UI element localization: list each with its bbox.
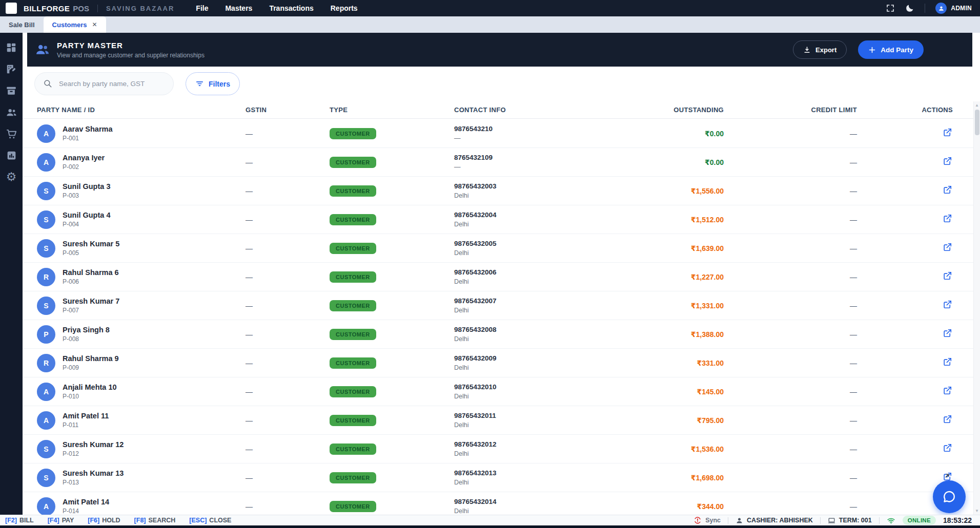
party-id: P-012 bbox=[63, 450, 124, 457]
party-row[interactable]: AAarav SharmaP-001—CUSTOMER9876543210—₹0… bbox=[23, 119, 973, 148]
party-cell: AAmit Patel 11P-011 bbox=[37, 411, 246, 430]
open-party-icon[interactable] bbox=[943, 242, 953, 252]
shortcut-close[interactable]: [ESC]CLOSE bbox=[189, 517, 231, 524]
party-row[interactable]: RRahul Sharma 9P-009—CUSTOMER98765432009… bbox=[23, 349, 973, 377]
party-row[interactable]: SSuresh Kumar 12P-012—CUSTOMER9876543201… bbox=[23, 435, 973, 463]
open-party-icon[interactable] bbox=[943, 357, 953, 367]
party-cell: AAnanya IyerP-002 bbox=[37, 153, 246, 172]
contact-cell: 98765432003Delhi bbox=[454, 182, 605, 199]
cashier-status: CASHIER: ABHISHEK bbox=[736, 517, 813, 524]
party-name: Amit Patel 11 bbox=[63, 412, 109, 420]
page-header-text: PARTY MASTER View and manage customer an… bbox=[57, 41, 205, 59]
scroll-up-arrow-icon[interactable]: ▲ bbox=[974, 103, 980, 108]
open-party-icon[interactable] bbox=[943, 156, 953, 166]
party-row[interactable]: SSuresh Kumar 13P-013—CUSTOMER9876543201… bbox=[23, 463, 973, 492]
gstin-value: — bbox=[246, 474, 330, 482]
party-row[interactable]: AAmit Patel 14P-014—CUSTOMER98765432014D… bbox=[23, 492, 973, 515]
open-party-icon[interactable] bbox=[943, 386, 953, 396]
contact-city: Delhi bbox=[454, 221, 605, 228]
party-row[interactable]: AAmit Patel 11P-011—CUSTOMER98765432011D… bbox=[23, 406, 973, 435]
menu-item-reports[interactable]: Reports bbox=[331, 4, 358, 12]
sidebar-item-settings-icon[interactable]: ⚙ bbox=[5, 171, 17, 183]
party-row[interactable]: PPriya Singh 8P-008—CUSTOMER98765432008D… bbox=[23, 320, 973, 349]
party-cell: RRahul Sharma 9P-009 bbox=[37, 354, 246, 372]
open-party-icon[interactable] bbox=[943, 300, 953, 310]
tab-close-icon[interactable]: ✕ bbox=[92, 21, 97, 28]
contact-cell: 98765432014Delhi bbox=[454, 498, 605, 515]
user-menu[interactable]: ADMIN bbox=[935, 3, 972, 14]
party-id: P-002 bbox=[63, 163, 105, 171]
export-button[interactable]: Export bbox=[793, 40, 847, 59]
sidebar-item-dashboard-icon[interactable] bbox=[5, 41, 17, 54]
contact-phone: 98765432005 bbox=[454, 240, 605, 247]
open-party-icon[interactable] bbox=[943, 443, 953, 453]
sidebar-item-reports-icon[interactable] bbox=[5, 149, 17, 161]
gstin-value: — bbox=[246, 244, 330, 252]
shortcut-label: CLOSE bbox=[209, 517, 231, 524]
party-name: Sunil Gupta 4 bbox=[63, 211, 110, 219]
sidebar-item-inventory-icon[interactable] bbox=[5, 85, 17, 97]
tab-sale-bill[interactable]: Sale Bill bbox=[0, 16, 44, 33]
gstin-value: — bbox=[246, 416, 330, 425]
party-type-badge: CUSTOMER bbox=[330, 443, 376, 455]
party-row[interactable]: SSunil Gupta 3P-003—CUSTOMER98765432003D… bbox=[23, 177, 973, 205]
search-input[interactable] bbox=[34, 72, 174, 95]
credit-limit-value: — bbox=[724, 187, 857, 195]
terminal-label: TERM: 001 bbox=[839, 517, 872, 524]
contact-city: — bbox=[454, 163, 605, 171]
tab-customers[interactable]: Customers✕ bbox=[44, 16, 106, 33]
gstin-value: — bbox=[246, 359, 330, 367]
scroll-down-arrow-icon[interactable]: ▼ bbox=[974, 509, 980, 513]
fullscreen-icon[interactable] bbox=[886, 4, 895, 13]
sync-status[interactable]: Sync bbox=[693, 516, 721, 524]
contact-city: Delhi bbox=[454, 335, 605, 343]
contact-cell: 8765432109— bbox=[454, 154, 605, 171]
shortcut-label: SEARCH bbox=[149, 517, 176, 524]
party-id: P-014 bbox=[63, 508, 109, 515]
party-row[interactable]: RRahul Sharma 6P-006—CUSTOMER98765432006… bbox=[23, 263, 973, 291]
party-row[interactable]: AAnjali Mehta 10P-010—CUSTOMER9876543201… bbox=[23, 377, 973, 406]
divider bbox=[728, 517, 728, 524]
contact-cell: 98765432006Delhi bbox=[454, 268, 605, 285]
menu-item-transactions[interactable]: Transactions bbox=[269, 4, 313, 12]
menu-item-masters[interactable]: Masters bbox=[225, 4, 252, 12]
sidebar-item-sales-icon[interactable] bbox=[5, 128, 17, 140]
party-cell: AAnjali Mehta 10P-010 bbox=[37, 383, 246, 401]
gstin-value: — bbox=[246, 187, 330, 195]
dark-mode-moon-icon[interactable] bbox=[905, 4, 914, 13]
party-type-badge: CUSTOMER bbox=[330, 157, 376, 168]
shortcut-search[interactable]: [F8]SEARCH bbox=[134, 517, 176, 524]
open-party-icon[interactable] bbox=[943, 128, 953, 138]
open-party-icon[interactable] bbox=[943, 328, 953, 339]
party-row[interactable]: SSuresh Kumar 5P-005—CUSTOMER98765432005… bbox=[23, 234, 973, 263]
party-row[interactable]: AAnanya IyerP-002—CUSTOMER8765432109—₹0.… bbox=[23, 148, 973, 177]
sidebar-item-billing-icon[interactable] bbox=[5, 63, 17, 75]
party-avatar: S bbox=[37, 440, 55, 458]
party-avatar: S bbox=[37, 469, 55, 487]
open-party-icon[interactable] bbox=[943, 185, 953, 195]
open-party-icon[interactable] bbox=[943, 214, 953, 224]
party-id: P-009 bbox=[63, 364, 119, 371]
party-name: Rahul Sharma 6 bbox=[63, 268, 119, 277]
party-avatar: S bbox=[37, 297, 55, 315]
party-table-body: AAarav SharmaP-001—CUSTOMER9876543210—₹0… bbox=[23, 119, 973, 515]
open-party-icon[interactable] bbox=[943, 271, 953, 281]
party-row[interactable]: SSuresh Kumar 7P-007—CUSTOMER98765432007… bbox=[23, 291, 973, 320]
scrollbar-thumb[interactable] bbox=[975, 110, 979, 135]
contact-city: Delhi bbox=[454, 249, 605, 257]
filters-button[interactable]: Filters bbox=[186, 72, 240, 95]
chat-widget-button[interactable] bbox=[933, 480, 966, 513]
contact-cell: 98765432010Delhi bbox=[454, 383, 605, 400]
add-party-button[interactable]: Add Party bbox=[858, 40, 924, 59]
party-row[interactable]: SSunil Gupta 4P-004—CUSTOMER98765432004D… bbox=[23, 205, 973, 234]
outstanding-amount: ₹0.00 bbox=[705, 130, 724, 138]
sidebar-item-parties-icon[interactable] bbox=[5, 106, 17, 118]
shortcut-pay[interactable]: [F4]PAY bbox=[48, 517, 74, 524]
menu-item-file[interactable]: File bbox=[196, 4, 208, 12]
shortcut-hold[interactable]: [F6]HOLD bbox=[88, 517, 120, 524]
credit-limit-value: — bbox=[724, 416, 857, 425]
open-party-icon[interactable] bbox=[943, 414, 953, 425]
shortcut-bill[interactable]: [F2]BILL bbox=[5, 517, 34, 524]
chat-popout-icon[interactable] bbox=[942, 473, 950, 481]
vertical-scrollbar[interactable]: ▲ ▼ bbox=[973, 101, 980, 515]
